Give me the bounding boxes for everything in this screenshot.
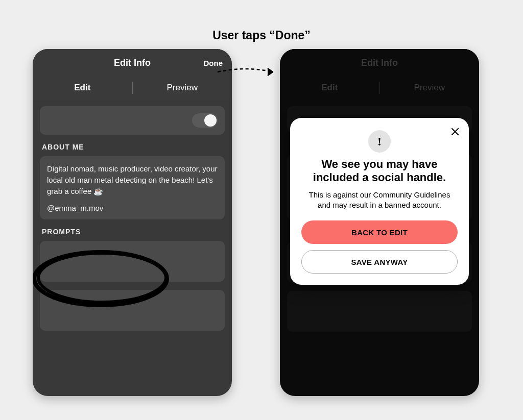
- close-button[interactable]: [448, 125, 462, 138]
- toggle-knob: [204, 114, 217, 127]
- page-title: Edit Info: [114, 58, 151, 68]
- back-to-edit-button[interactable]: BACK TO EDIT: [301, 220, 458, 244]
- nav-bar: Edit Info: [280, 49, 479, 77]
- section-label-about: ABOUT ME: [42, 143, 225, 151]
- setting-card-toggle: [40, 106, 225, 135]
- tab-edit[interactable]: Edit: [33, 77, 132, 99]
- phone-screen-before: Edit Info Done Edit Preview ABOUT ME Dig…: [33, 49, 232, 396]
- content-area: ABOUT ME Digital nomad, music producer, …: [33, 99, 232, 346]
- prompt-card-dimmed: [287, 291, 472, 332]
- tab-preview[interactable]: Preview: [133, 77, 232, 99]
- nav-bar: Edit Info Done: [33, 49, 232, 77]
- about-social-handle: @emma_m.mov: [47, 204, 218, 212]
- tab-edit: Edit: [280, 77, 379, 99]
- prompt-card-empty[interactable]: [40, 290, 225, 331]
- caption-text: User taps “Done”: [0, 29, 523, 42]
- about-me-card[interactable]: Digital nomad, music producer, video cre…: [40, 156, 225, 219]
- warning-modal: ! We see you may have included a social …: [290, 118, 469, 285]
- page-title: Edit Info: [361, 58, 398, 68]
- tab-preview: Preview: [380, 77, 480, 99]
- phone-screen-after: Edit Info Edit Preview ! We see you may …: [280, 49, 479, 396]
- tab-bar: Edit Preview: [33, 77, 232, 99]
- save-anyway-button[interactable]: SAVE ANYWAY: [301, 250, 458, 274]
- about-bio-text: Digital nomad, music producer, video cre…: [47, 163, 218, 196]
- modal-subtitle: This is against our Community Guidelines…: [307, 190, 451, 211]
- svg-marker-2: [268, 69, 273, 75]
- close-icon: [450, 127, 460, 136]
- done-button[interactable]: Done: [204, 49, 223, 77]
- toggle-switch[interactable]: [192, 113, 218, 128]
- section-label-prompts: PROMPTS: [42, 228, 225, 236]
- tab-bar: Edit Preview: [280, 77, 479, 99]
- warning-icon: !: [368, 130, 391, 153]
- prompt-card-empty[interactable]: [40, 241, 225, 282]
- modal-title: We see you may have included a social ha…: [304, 158, 455, 185]
